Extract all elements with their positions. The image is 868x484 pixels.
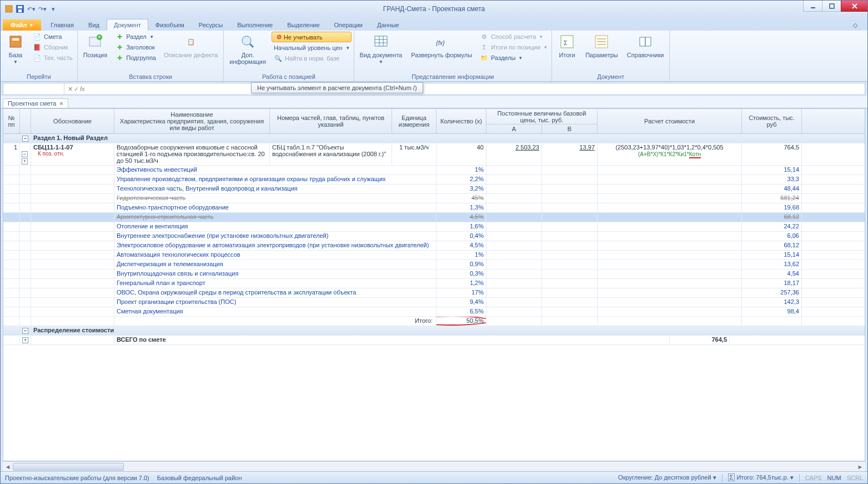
col-stoim[interactable]: Стоимость, тыс. руб [742,109,802,133]
tab-selection[interactable]: Выделение [280,19,327,31]
distribution-section[interactable]: − Распределение стоимости [3,326,865,336]
col-nomer[interactable]: Номера частей, глав, таблиц, пунктов ука… [270,109,392,133]
qat-customize-icon[interactable]: ▾ [48,4,58,14]
sub-row[interactable]: ОВОС, Охрана окружающей среды в период с… [3,288,865,298]
startlevel-button[interactable]: Начальный уровень цен [272,44,352,52]
base-button[interactable]: База▼ [3,32,28,66]
sub-row[interactable]: Эффективность инвестиций1%15,14 [3,166,865,175]
sub-row[interactable]: Генеральный план и транспорт1,2%18,17 [3,279,865,288]
col-post[interactable]: Постоянные величины базовой цены, тыс. р… [486,109,598,124]
accept-fx-icon[interactable]: ✓ [74,86,79,93]
grand-total-row[interactable]: + ВСЕГО по смете 764,5 [3,336,865,345]
svg-line-14 [250,44,253,47]
sub-row[interactable]: Диспетчеризация и телемеханизация0,9%13,… [3,260,865,270]
col-a[interactable]: A [486,124,542,133]
fx-icon[interactable]: fx [80,86,85,92]
svg-rect-3 [18,9,22,12]
help-icon[interactable]: ◇ [853,22,862,31]
tab-phys[interactable]: Физобъем [148,19,192,31]
col-ras[interactable]: Расчет стоимости [598,109,742,133]
header-button[interactable]: ✚Заголовок [113,42,158,52]
sub-row[interactable]: Управление производством, предприятиями … [3,175,865,184]
status-rounding[interactable]: Округление: До десятков рублей ▾ [618,474,716,481]
expand-formula-button[interactable]: {fx} Развернуть формулы [408,32,475,59]
tab-operations[interactable]: Операции [327,19,370,31]
sub-row[interactable]: Проект организации строительства (ПОС)9,… [3,298,865,307]
expand-icon[interactable]: + [22,337,28,343]
sub-row[interactable]: Внутриплощадочная связь и сигнализация0,… [3,270,865,279]
window-title: ГРАНД-Смета - Проектная смета [1,5,867,13]
sub-row[interactable]: Автоматизация технологических процессов1… [3,251,865,260]
calcmethod-button: ⚙Способ расчета [478,32,549,42]
tab-document[interactable]: Документ [107,19,148,31]
col-b[interactable]: B [542,124,598,133]
svg-rect-0 [6,6,12,12]
sub-row[interactable]: Подъемно-транспортное оборудование1,3%19… [3,203,865,213]
col-kol[interactable]: Количество (x) [436,109,486,133]
col-ed[interactable]: Единица измерения [392,109,436,133]
file-tab[interactable]: Файл▼ [3,19,41,31]
svg-text:{fx}: {fx} [436,39,445,46]
scroll-right-icon[interactable]: ► [856,462,865,471]
grid-header: № пп Обоснование Наименование Характерис… [3,109,865,134]
minimize-button[interactable] [803,1,822,12]
undo-icon[interactable]: ↶▾ [26,4,36,14]
defect-desc-button[interactable]: 📋 Описание дефекта [160,32,221,59]
doc-tab[interactable]: Проектная смета × [3,98,68,108]
col-naim[interactable]: Наименование Характеристика предприятия,… [114,109,270,133]
tab-resources[interactable]: Ресурсы [192,19,230,31]
formula-bar: ✕ ✓ fx Не учитывать элемент в расчете до… [3,83,865,95]
params-icon [593,33,610,51]
sections-button[interactable]: 📁Разделы [478,53,549,63]
subgroup-button[interactable]: ✚Подгруппа [113,53,158,63]
position-row[interactable]: 1 − + СБЦ11-1-1-07 К поз. отн. Водозабор… [3,143,865,166]
dopinfo-button[interactable]: Доп. информация [226,32,269,66]
cancel-fx-icon[interactable]: ✕ [68,86,73,93]
sub-row[interactable]: Сметная документация6,5%98,4 [3,307,865,317]
cell-reference[interactable] [3,83,64,94]
tab-view[interactable]: Вид [81,19,107,31]
sub-row[interactable]: Внутреннее электроснабжение (при установ… [3,232,865,241]
grid-body[interactable]: − Раздел 1. Новый Раздел 1 − + СБЦ11-1-1… [3,134,865,461]
section-row[interactable]: − Раздел 1. Новый Раздел [3,134,865,143]
tab-main[interactable]: Главная [43,19,81,31]
group-presentation-label: Представление информации [357,73,550,81]
sigma-icon: Σ [558,33,576,51]
status-total[interactable]: ΣИтого: 764,5тыс.р. ▾ [728,474,794,481]
h-scrollbar[interactable]: ◄ ► [3,461,865,471]
scroll-thumb[interactable] [13,463,124,471]
sprav-button[interactable]: Справочники [624,32,668,59]
sub-row[interactable]: Архитектурно-строительная часть4,5%68,12 [3,213,865,222]
sub-row[interactable]: Отопление и вентиляция1,6%24,22 [3,222,865,232]
ignore-button[interactable]: ⊘Не учитывать [272,32,352,42]
col-obos[interactable]: Обоснование [31,109,114,133]
redo-icon[interactable]: ↷▾ [37,4,47,14]
itogi-button[interactable]: Σ Итоги [554,32,580,59]
tab-execution[interactable]: Выполнение [230,19,280,31]
save-icon[interactable] [15,4,25,14]
smeta-button[interactable]: 📄Смета [31,32,75,42]
expand-icon[interactable]: + [22,158,28,164]
tab-data[interactable]: Данные [370,19,407,31]
col-num[interactable]: № пп [3,109,20,133]
section-button[interactable]: ✚Раздел [113,32,158,42]
document-tabs: Проектная смета × [1,96,867,108]
sub-row[interactable]: Гидротехническая часть45%681,24 [3,194,865,203]
collapse-icon[interactable]: − [22,328,28,334]
close-button[interactable] [841,1,867,12]
page-icon: 📄 [33,53,42,62]
params-button[interactable]: Параметры [582,32,621,59]
sub-row[interactable]: Технологическая часть, Внутренний водопр… [3,184,865,194]
viewdoc-button[interactable]: Вид документа▼ [357,32,406,66]
status-caps: CAPS [805,475,822,481]
close-tab-icon[interactable]: × [59,100,63,107]
position-button[interactable]: + Позиция [80,32,111,59]
collapse-icon[interactable]: − [22,136,28,142]
scroll-left-icon[interactable]: ◄ [3,462,12,471]
maximize-button[interactable] [822,1,841,12]
doc-icon: 📄 [33,32,42,41]
sub-row[interactable]: Электросиловое оборудование и автоматиза… [3,241,865,251]
collapse-icon[interactable]: − [22,151,28,157]
formula-input[interactable] [88,83,865,94]
ribbon: База▼ 📄Смета 📕Сборник 📄Тех. часть Перейт… [1,31,867,82]
